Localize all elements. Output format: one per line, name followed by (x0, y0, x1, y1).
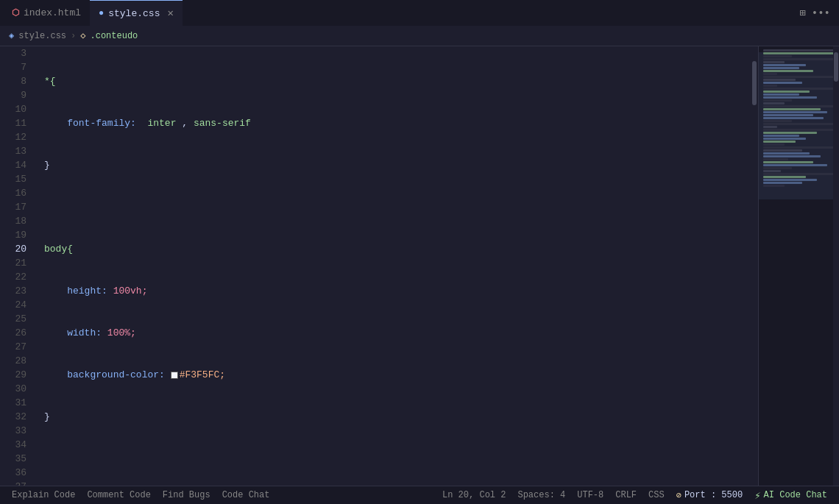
editor-container: 3 7 8 9 10 11 12 13 14 15 16 17 18 19 20… (0, 46, 839, 486)
comment-code-button[interactable]: Comment Code (81, 486, 156, 505)
editor-main: 3 7 8 9 10 11 12 13 14 15 16 17 18 19 20… (0, 46, 758, 486)
code-line-14: } (41, 410, 751, 424)
minimap-line (763, 129, 835, 131)
minimap-line (763, 173, 835, 175)
tab-label-style-css: style.css (108, 8, 160, 19)
minimap-line (763, 67, 799, 69)
minimap-line (763, 146, 835, 149)
minimap-line (763, 182, 802, 184)
minimap-line (763, 64, 806, 66)
tab-index-html[interactable]: ⬡ index.html (3, 0, 90, 26)
code-line-13: background-color: #F3F5FC; (41, 368, 751, 382)
minimap-line (763, 126, 777, 128)
code-line-11: height: 100vh; (41, 284, 751, 298)
minimap-line (763, 114, 813, 116)
minimap-line (763, 141, 796, 143)
minimap-line (763, 102, 785, 104)
minimap-line (763, 120, 792, 122)
ai-icon: ⚡ (754, 489, 760, 502)
code-line-9 (41, 200, 751, 214)
minimap-scrollbar-thumb[interactable] (834, 52, 838, 82)
minimap-line (763, 138, 806, 140)
minimap-line (763, 105, 835, 107)
code-chat-button[interactable]: Code Chat (216, 486, 276, 505)
scrollbar-track[interactable] (751, 46, 758, 486)
minimap-line (763, 90, 810, 93)
breadcrumb: ◈ style.css › ◇ .conteudo (0, 26, 839, 46)
split-editor-button[interactable]: ⊞ (799, 7, 805, 19)
minimap-line (763, 93, 799, 96)
minimap-line (763, 108, 821, 110)
code-line-12: width: 100%; (41, 326, 751, 340)
minimap-line (763, 149, 802, 152)
minimap-line (763, 49, 835, 52)
line-ending-indicator[interactable]: CRLF (609, 486, 642, 505)
tab-bar: ⬡ index.html ● style.css ✕ ⊞ ••• (0, 0, 839, 26)
breadcrumb-filename[interactable]: style.css (18, 31, 66, 41)
minimap-line (763, 70, 813, 72)
code-area[interactable]: 3 7 8 9 10 11 12 13 14 15 16 17 18 19 20… (0, 46, 758, 486)
code-line-8: } (41, 158, 751, 172)
minimap-line (763, 161, 813, 163)
scrollbar-thumb[interactable] (752, 61, 757, 105)
more-actions-button[interactable]: ••• (812, 7, 830, 19)
code-line-15 (41, 452, 751, 466)
minimap-line (763, 99, 792, 102)
status-bar: Explain Code Comment Code Find Bugs Code… (0, 486, 839, 504)
tab-style-css[interactable]: ● style.css ✕ (90, 0, 183, 26)
minimap-line (763, 82, 802, 84)
minimap-line (763, 58, 835, 60)
minimap-line (763, 61, 785, 63)
minimap-line (763, 135, 799, 137)
ai-code-chat-button[interactable]: ⚡ AI Code Chat (748, 486, 833, 505)
minimap-line (763, 152, 810, 155)
spaces-indicator[interactable]: Spaces: 4 (511, 486, 571, 505)
minimap-line (763, 167, 792, 169)
code-line-10: body{ (41, 242, 751, 256)
ln-col-indicator[interactable]: Ln 20, Col 2 (436, 486, 511, 505)
line-numbers: 3 7 8 9 10 11 12 13 14 15 16 17 18 19 20… (0, 46, 35, 486)
minimap (758, 46, 839, 486)
close-tab-button[interactable]: ✕ (167, 8, 173, 18)
explain-code-button[interactable]: Explain Code (6, 486, 81, 505)
minimap-line (763, 164, 827, 166)
css-file-icon: ◈ (9, 30, 14, 41)
class-icon: ◇ (80, 30, 85, 41)
minimap-line (763, 52, 835, 54)
minimap-line (763, 55, 792, 57)
minimap-line (763, 73, 777, 75)
minimap-line (763, 85, 777, 87)
tab-label-index-html: index.html (24, 7, 81, 18)
find-bugs-button[interactable]: Find Bugs (157, 486, 216, 505)
minimap-line (763, 111, 827, 113)
minimap-line (763, 132, 817, 134)
breadcrumb-separator: › (71, 31, 76, 41)
minimap-line (763, 79, 796, 81)
minimap-line (763, 96, 817, 99)
circle-icon: ⊘ (676, 490, 682, 501)
css-icon: ● (99, 8, 104, 18)
minimap-line (763, 117, 824, 119)
minimap-line (763, 176, 806, 178)
code-line-7: font-family: inter , sans-serif (41, 116, 751, 130)
html-icon: ⬡ (12, 7, 19, 18)
minimap-line (763, 123, 835, 125)
code-line-3: *{ (41, 74, 751, 88)
minimap-line (763, 143, 785, 146)
minimap-line (763, 158, 788, 160)
minimap-line (763, 170, 781, 172)
port-indicator[interactable]: ⊘ Port : 5500 (670, 486, 748, 505)
minimap-line (763, 155, 821, 157)
tab-actions: ⊞ ••• (799, 7, 836, 19)
breadcrumb-class[interactable]: .conteudo (90, 31, 138, 41)
minimap-line (763, 179, 817, 181)
encoding-indicator[interactable]: UTF-8 (571, 486, 609, 505)
minimap-line (763, 185, 785, 187)
language-indicator[interactable]: CSS (642, 486, 670, 505)
code-editor[interactable]: *{ font-family: inter , sans-serif } bod… (35, 46, 751, 486)
minimap-line (763, 76, 835, 78)
minimap-line (763, 88, 835, 90)
